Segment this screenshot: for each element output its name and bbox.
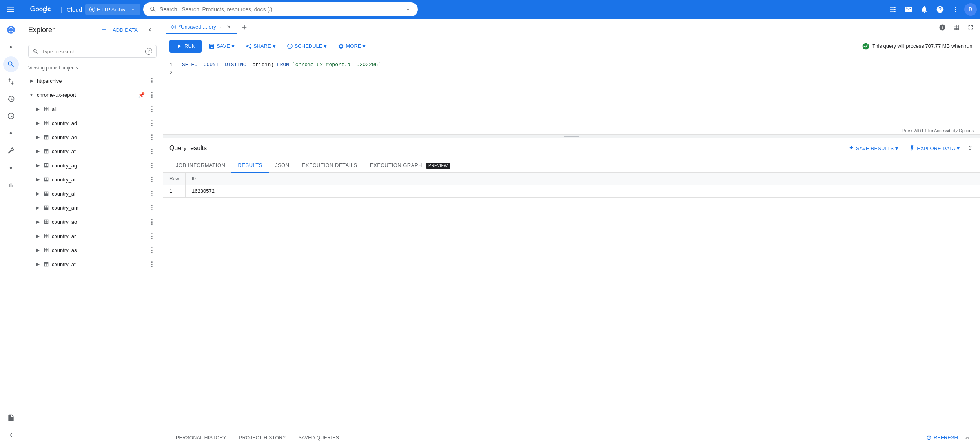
tab-bar: *Unsaved … ery ✕ (163, 19, 980, 36)
history-nav-icon[interactable] (3, 91, 19, 107)
code-editor[interactable]: 1 2 SELECT COUNT( DISTINCT origin) FROM … (163, 56, 980, 135)
grid-apps-icon[interactable] (886, 2, 900, 16)
expand-arrow-chrome-ux-report[interactable]: ▼ (28, 92, 35, 98)
help-search-icon[interactable]: ? (145, 48, 152, 55)
tree-item-country_am[interactable]: ▶ country_am ⋮ (22, 201, 163, 215)
tab-execution-details[interactable]: EXECUTION DETAILS (296, 158, 364, 173)
save-results-button[interactable]: SAVE RESULTS ▾ (844, 143, 902, 154)
project-selector[interactable]: HTTP Archive (85, 4, 140, 15)
tree-item-chrome-ux-report[interactable]: ▼ chrome-ux-report 📌 ⋮ (22, 88, 163, 102)
more-chrome-ux-report[interactable]: ⋮ (147, 90, 157, 100)
explore-data-button[interactable]: EXPLORE DATA ▾ (905, 143, 964, 154)
search-expand-icon[interactable] (404, 6, 412, 13)
more-country_ag[interactable]: ⋮ (147, 161, 157, 170)
more-country_al[interactable]: ⋮ (147, 189, 157, 198)
explore-icon (909, 145, 915, 151)
tab-dropdown-icon[interactable] (219, 25, 223, 29)
run-button[interactable]: RUN (169, 40, 202, 53)
more-country_ae[interactable]: ⋮ (147, 132, 157, 142)
table-icon-country_ag (43, 162, 49, 169)
search-icon (149, 6, 157, 13)
tab-execution-graph[interactable]: EXECUTION GRAPH PREVIEW (364, 158, 457, 173)
dot-nav-bot[interactable]: • (3, 160, 19, 176)
cell-row-num: 1 (163, 185, 186, 198)
more-country_as[interactable]: ⋮ (147, 245, 157, 255)
more-country_ai[interactable]: ⋮ (147, 175, 157, 184)
more-button[interactable]: MORE ▾ (334, 39, 370, 53)
results-expand-icon[interactable] (967, 143, 974, 154)
explorer-collapse-btn[interactable] (144, 24, 157, 36)
refresh-button[interactable]: REFRESH (926, 435, 958, 441)
table-icon-country_ad (43, 120, 49, 126)
tab-close-btn[interactable]: ✕ (226, 24, 232, 30)
pin-icon-chrome-ux-report: 📌 (138, 92, 145, 98)
tree-item-country_ao[interactable]: ▶ country_ao ⋮ (22, 215, 163, 229)
explorer-search-input[interactable] (42, 49, 142, 54)
doc-nav-icon[interactable] (3, 410, 19, 426)
help-icon[interactable] (933, 2, 947, 16)
bigquery-icon[interactable] (3, 22, 19, 38)
top-nav: | Cloud HTTP Archive Search B (0, 0, 980, 19)
tab-results[interactable]: RESULTS (231, 158, 269, 173)
wrench-nav-icon[interactable] (3, 143, 19, 158)
more-country_ao[interactable]: ⋮ (147, 217, 157, 227)
more-country_at[interactable]: ⋮ (147, 259, 157, 269)
info-icon-btn[interactable] (936, 21, 949, 34)
tab-job-information[interactable]: JOB INFORMATION (169, 158, 231, 173)
avatar[interactable]: B (964, 3, 977, 16)
search-nav-icon[interactable] (3, 56, 19, 72)
global-search-input[interactable] (182, 6, 401, 13)
more-country_ar[interactable]: ⋮ (147, 231, 157, 241)
share-icon (246, 43, 252, 49)
dot-nav-mid[interactable]: • (3, 125, 19, 141)
more-httparchive[interactable]: ⋮ (147, 76, 157, 85)
transfer-nav-icon[interactable] (3, 74, 19, 89)
more-all[interactable]: ⋮ (147, 104, 157, 114)
tree-item-country_al[interactable]: ▶ country_al ⋮ (22, 187, 163, 201)
add-data-button[interactable]: + ADD DATA (98, 24, 141, 35)
svg-rect-2 (7, 11, 14, 12)
more-options-icon[interactable] (949, 2, 963, 16)
share-button[interactable]: SHARE ▾ (242, 39, 280, 53)
table-view-icon-btn[interactable] (950, 21, 963, 34)
expand-arrow-all[interactable]: ▶ (35, 106, 41, 112)
tree-item-all[interactable]: ▶ all ⋮ (22, 102, 163, 116)
save-icon (209, 43, 215, 49)
more-country_ad[interactable]: ⋮ (147, 118, 157, 128)
tree-item-country_af[interactable]: ▶ country_af ⋮ (22, 144, 163, 158)
notifications-icon[interactable] (917, 2, 931, 16)
schedule-nav-icon[interactable] (3, 108, 19, 124)
tab-saved-queries[interactable]: SAVED QUERIES (292, 429, 346, 446)
more-country_af[interactable]: ⋮ (147, 147, 157, 156)
save-button[interactable]: SAVE ▾ (205, 39, 239, 53)
more-country_am[interactable]: ⋮ (147, 203, 157, 212)
tree-item-country_ai[interactable]: ▶ country_ai ⋮ (22, 172, 163, 187)
tree-item-country_as[interactable]: ▶ country_as ⋮ (22, 243, 163, 257)
tab-personal-history[interactable]: PERSONAL HISTORY (169, 429, 233, 446)
tab-json[interactable]: JSON (269, 158, 296, 173)
sidebar-expand-btn[interactable] (3, 427, 19, 443)
tree-item-httparchive[interactable]: ▶ httparchive ⋮ (22, 74, 163, 88)
code-content[interactable]: SELECT COUNT( DISTINCT origin) FROM `chr… (179, 61, 980, 77)
expand-arrow-httparchive[interactable]: ▶ (28, 78, 35, 84)
resize-handle[interactable] (163, 135, 980, 138)
email-icon[interactable] (902, 2, 916, 16)
tree-item-country_ag[interactable]: ▶ country_ag ⋮ (22, 158, 163, 172)
tree-item-country_at[interactable]: ▶ country_at ⋮ (22, 257, 163, 271)
dot-nav-top[interactable]: • (3, 39, 19, 55)
chart-nav-icon[interactable] (3, 177, 19, 193)
schedule-icon (287, 43, 293, 49)
tree-item-country_ad[interactable]: ▶ country_ad ⋮ (22, 116, 163, 130)
collapse-bottom-btn[interactable] (961, 431, 974, 444)
hamburger-menu[interactable] (3, 2, 17, 16)
tab-unsaved-query[interactable]: *Unsaved … ery ✕ (166, 21, 237, 34)
schedule-button[interactable]: SCHEDULE ▾ (283, 39, 331, 53)
tab-project-history[interactable]: PROJECT HISTORY (233, 429, 292, 446)
check-circle-icon (862, 42, 870, 50)
tree-item-country_ar[interactable]: ▶ country_ar ⋮ (22, 229, 163, 243)
fullscreen-icon-btn[interactable] (964, 21, 977, 34)
new-tab-button[interactable] (238, 21, 251, 34)
results-actions: SAVE RESULTS ▾ EXPLORE DATA ▾ (844, 143, 974, 154)
tree-item-country_ae[interactable]: ▶ country_ae ⋮ (22, 130, 163, 144)
table-icon-country_am (43, 205, 49, 211)
